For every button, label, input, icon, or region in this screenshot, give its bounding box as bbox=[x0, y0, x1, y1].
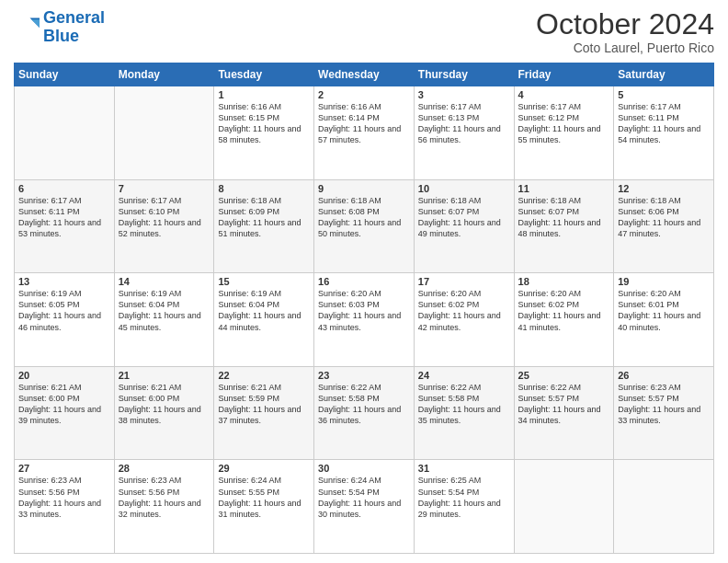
calendar-cell: 24Sunrise: 6:22 AM Sunset: 5:58 PM Dayli… bbox=[414, 366, 514, 460]
calendar-cell: 26Sunrise: 6:23 AM Sunset: 5:57 PM Dayli… bbox=[614, 366, 714, 460]
day-number: 5 bbox=[618, 89, 710, 100]
day-info: Sunrise: 6:16 AM Sunset: 6:14 PM Dayligh… bbox=[318, 101, 410, 146]
calendar-cell: 16Sunrise: 6:20 AM Sunset: 6:03 PM Dayli… bbox=[314, 273, 415, 367]
day-number: 15 bbox=[218, 276, 310, 287]
day-info: Sunrise: 6:23 AM Sunset: 5:57 PM Dayligh… bbox=[618, 382, 710, 427]
day-number: 13 bbox=[18, 276, 110, 287]
day-info: Sunrise: 6:21 AM Sunset: 5:59 PM Dayligh… bbox=[218, 382, 310, 427]
day-number: 25 bbox=[518, 370, 610, 381]
day-info: Sunrise: 6:22 AM Sunset: 5:57 PM Dayligh… bbox=[518, 382, 610, 427]
calendar-cell: 30Sunrise: 6:24 AM Sunset: 5:54 PM Dayli… bbox=[314, 460, 415, 554]
logo-text: General Blue bbox=[43, 9, 105, 46]
day-number: 18 bbox=[518, 276, 610, 287]
day-number: 28 bbox=[119, 463, 210, 474]
col-sunday: Sunday bbox=[15, 63, 115, 86]
calendar-cell: 31Sunrise: 6:25 AM Sunset: 5:54 PM Dayli… bbox=[414, 460, 514, 554]
col-wednesday: Wednesday bbox=[314, 63, 415, 86]
day-number: 12 bbox=[618, 183, 710, 194]
calendar-cell: 15Sunrise: 6:19 AM Sunset: 6:04 PM Dayli… bbox=[214, 273, 314, 367]
day-number: 17 bbox=[418, 276, 510, 287]
calendar-week-5: 27Sunrise: 6:23 AM Sunset: 5:56 PM Dayli… bbox=[15, 460, 714, 554]
calendar-cell: 28Sunrise: 6:23 AM Sunset: 5:56 PM Dayli… bbox=[114, 460, 214, 554]
page: General Blue October 2024 Coto Laurel, P… bbox=[0, 0, 728, 563]
day-info: Sunrise: 6:18 AM Sunset: 6:07 PM Dayligh… bbox=[518, 195, 610, 240]
day-info: Sunrise: 6:20 AM Sunset: 6:03 PM Dayligh… bbox=[318, 288, 410, 333]
day-number: 21 bbox=[119, 370, 210, 381]
day-number: 30 bbox=[318, 463, 410, 474]
day-number: 7 bbox=[119, 183, 210, 194]
calendar-week-3: 13Sunrise: 6:19 AM Sunset: 6:05 PM Dayli… bbox=[15, 273, 714, 367]
day-info: Sunrise: 6:19 AM Sunset: 6:04 PM Dayligh… bbox=[119, 288, 210, 333]
col-friday: Friday bbox=[514, 63, 614, 86]
day-info: Sunrise: 6:19 AM Sunset: 6:05 PM Dayligh… bbox=[18, 288, 110, 333]
day-number: 9 bbox=[318, 183, 410, 194]
calendar-cell: 7Sunrise: 6:17 AM Sunset: 6:10 PM Daylig… bbox=[114, 179, 214, 273]
day-info: Sunrise: 6:24 AM Sunset: 5:55 PM Dayligh… bbox=[218, 475, 310, 520]
day-info: Sunrise: 6:16 AM Sunset: 6:15 PM Dayligh… bbox=[218, 101, 310, 146]
day-number: 26 bbox=[618, 370, 710, 381]
day-number: 29 bbox=[218, 463, 310, 474]
day-info: Sunrise: 6:17 AM Sunset: 6:10 PM Dayligh… bbox=[119, 195, 210, 240]
day-number: 11 bbox=[518, 183, 610, 194]
calendar-header-row: Sunday Monday Tuesday Wednesday Thursday… bbox=[15, 63, 714, 86]
col-tuesday: Tuesday bbox=[214, 63, 314, 86]
calendar-cell: 25Sunrise: 6:22 AM Sunset: 5:57 PM Dayli… bbox=[514, 366, 614, 460]
day-info: Sunrise: 6:18 AM Sunset: 6:06 PM Dayligh… bbox=[618, 195, 710, 240]
day-info: Sunrise: 6:21 AM Sunset: 6:00 PM Dayligh… bbox=[18, 382, 110, 427]
day-number: 24 bbox=[418, 370, 510, 381]
day-info: Sunrise: 6:20 AM Sunset: 6:02 PM Dayligh… bbox=[418, 288, 510, 333]
calendar-cell: 2Sunrise: 6:16 AM Sunset: 6:14 PM Daylig… bbox=[314, 86, 415, 180]
title-block: October 2024 Coto Laurel, Puerto Rico bbox=[536, 9, 714, 55]
day-number: 23 bbox=[318, 370, 410, 381]
day-info: Sunrise: 6:18 AM Sunset: 6:08 PM Dayligh… bbox=[318, 195, 410, 240]
day-number: 14 bbox=[119, 276, 210, 287]
day-info: Sunrise: 6:17 AM Sunset: 6:11 PM Dayligh… bbox=[618, 101, 710, 146]
location: Coto Laurel, Puerto Rico bbox=[536, 40, 714, 55]
day-info: Sunrise: 6:18 AM Sunset: 6:09 PM Dayligh… bbox=[218, 195, 310, 240]
calendar-cell: 6Sunrise: 6:17 AM Sunset: 6:11 PM Daylig… bbox=[15, 179, 115, 273]
day-info: Sunrise: 6:25 AM Sunset: 5:54 PM Dayligh… bbox=[418, 475, 510, 520]
calendar-cell: 20Sunrise: 6:21 AM Sunset: 6:00 PM Dayli… bbox=[15, 366, 115, 460]
day-number: 8 bbox=[218, 183, 310, 194]
day-number: 10 bbox=[418, 183, 510, 194]
calendar-cell: 8Sunrise: 6:18 AM Sunset: 6:09 PM Daylig… bbox=[214, 179, 314, 273]
header: General Blue October 2024 Coto Laurel, P… bbox=[14, 9, 714, 55]
day-info: Sunrise: 6:19 AM Sunset: 6:04 PM Dayligh… bbox=[218, 288, 310, 333]
logo: General Blue bbox=[14, 9, 105, 46]
calendar-cell: 21Sunrise: 6:21 AM Sunset: 6:00 PM Dayli… bbox=[114, 366, 214, 460]
calendar-cell bbox=[114, 86, 214, 180]
calendar-table: Sunday Monday Tuesday Wednesday Thursday… bbox=[14, 63, 714, 554]
calendar-week-2: 6Sunrise: 6:17 AM Sunset: 6:11 PM Daylig… bbox=[15, 179, 714, 273]
calendar-cell: 4Sunrise: 6:17 AM Sunset: 6:12 PM Daylig… bbox=[514, 86, 614, 180]
day-info: Sunrise: 6:17 AM Sunset: 6:12 PM Dayligh… bbox=[518, 101, 610, 146]
day-info: Sunrise: 6:17 AM Sunset: 6:11 PM Dayligh… bbox=[18, 195, 110, 240]
day-number: 22 bbox=[218, 370, 310, 381]
day-info: Sunrise: 6:22 AM Sunset: 5:58 PM Dayligh… bbox=[318, 382, 410, 427]
day-info: Sunrise: 6:18 AM Sunset: 6:07 PM Dayligh… bbox=[418, 195, 510, 240]
calendar-cell: 23Sunrise: 6:22 AM Sunset: 5:58 PM Dayli… bbox=[314, 366, 415, 460]
day-number: 4 bbox=[518, 89, 610, 100]
calendar-cell: 12Sunrise: 6:18 AM Sunset: 6:06 PM Dayli… bbox=[614, 179, 714, 273]
day-number: 31 bbox=[418, 463, 510, 474]
calendar-cell: 1Sunrise: 6:16 AM Sunset: 6:15 PM Daylig… bbox=[214, 86, 314, 180]
day-number: 2 bbox=[318, 89, 410, 100]
col-thursday: Thursday bbox=[414, 63, 514, 86]
day-number: 1 bbox=[218, 89, 310, 100]
calendar-cell: 22Sunrise: 6:21 AM Sunset: 5:59 PM Dayli… bbox=[214, 366, 314, 460]
day-number: 20 bbox=[18, 370, 110, 381]
logo-icon bbox=[14, 15, 40, 40]
calendar-cell bbox=[514, 460, 614, 554]
day-info: Sunrise: 6:23 AM Sunset: 5:56 PM Dayligh… bbox=[119, 475, 210, 520]
day-number: 16 bbox=[318, 276, 410, 287]
day-number: 27 bbox=[18, 463, 110, 474]
logo-general: General bbox=[43, 8, 105, 27]
calendar-cell: 9Sunrise: 6:18 AM Sunset: 6:08 PM Daylig… bbox=[314, 179, 415, 273]
day-number: 3 bbox=[418, 89, 510, 100]
calendar-cell: 3Sunrise: 6:17 AM Sunset: 6:13 PM Daylig… bbox=[414, 86, 514, 180]
calendar-week-1: 1Sunrise: 6:16 AM Sunset: 6:15 PM Daylig… bbox=[15, 86, 714, 180]
day-info: Sunrise: 6:17 AM Sunset: 6:13 PM Dayligh… bbox=[418, 101, 510, 146]
calendar-cell: 13Sunrise: 6:19 AM Sunset: 6:05 PM Dayli… bbox=[15, 273, 115, 367]
calendar-cell bbox=[15, 86, 115, 180]
calendar-cell bbox=[614, 460, 714, 554]
calendar-cell: 5Sunrise: 6:17 AM Sunset: 6:11 PM Daylig… bbox=[614, 86, 714, 180]
